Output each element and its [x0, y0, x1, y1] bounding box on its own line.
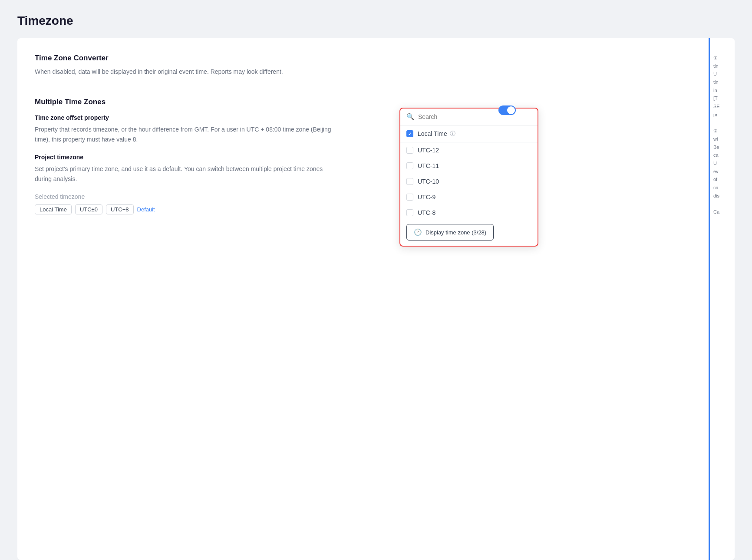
toggle-knob: [507, 106, 515, 114]
search-input[interactable]: [418, 113, 531, 120]
clock-icon: 🕐: [414, 228, 422, 236]
right-panel-partial: ①tinUtinin[TSEpr②wiBecaUevofcadisCa: [709, 38, 735, 560]
project-subsection: Project timezone Set project's primary t…: [35, 154, 717, 184]
local-time-item[interactable]: Local Time ⓘ: [400, 125, 538, 142]
selected-label: Selected timezone: [35, 193, 717, 200]
utc-9-label: UTC-9: [418, 194, 435, 201]
multiple-section: Multiple Time Zones Time zone offset pro…: [35, 98, 717, 214]
utc-10-label: UTC-10: [418, 178, 439, 185]
search-box[interactable]: 🔍: [400, 109, 538, 125]
right-panel-text: ①tinUtinin[TSEpr②wiBecaUevofcadisCa: [713, 54, 731, 216]
timezone-dropdown: 🔍 Local Time ⓘ UTC-12 UTC-11: [399, 108, 538, 247]
utc-8-checkbox[interactable]: [406, 209, 413, 216]
timezone-toggle[interactable]: [498, 105, 516, 115]
offset-desc: Property that records timezone, or the h…: [35, 125, 339, 144]
info-icon: ⓘ: [450, 130, 455, 138]
utc-10-item[interactable]: UTC-10: [400, 174, 538, 189]
offset-subsection: Time zone offset property Property that …: [35, 114, 717, 144]
utc-11-checkbox[interactable]: [406, 162, 413, 169]
offset-title: Time zone offset property: [35, 114, 717, 121]
multiple-title: Multiple Time Zones: [35, 98, 717, 106]
converter-section: Time Zone Converter When disabled, data …: [35, 54, 717, 76]
page-title: Timezone: [17, 14, 735, 28]
utc-11-item[interactable]: UTC-11: [400, 158, 538, 174]
selected-subsection: Selected timezone Local Time UTC±0 UTC+8…: [35, 193, 717, 214]
project-title: Project timezone: [35, 154, 717, 161]
search-icon: 🔍: [406, 113, 415, 121]
utc-12-checkbox[interactable]: [406, 147, 413, 154]
display-timezone-button[interactable]: 🕐 Display time zone (3/28): [406, 224, 494, 240]
utc-8-item[interactable]: UTC-8: [400, 205, 538, 221]
utc-12-label: UTC-12: [418, 147, 439, 154]
tag-local-time: Local Time: [35, 204, 72, 214]
converter-title: Time Zone Converter: [35, 54, 717, 63]
timezone-tags: Local Time UTC±0 UTC+8 Default: [35, 204, 717, 214]
tag-utc0: UTC±0: [75, 204, 102, 214]
utc-9-checkbox[interactable]: [406, 194, 413, 201]
tag-default: Default: [137, 206, 155, 213]
divider-1: [35, 87, 717, 87]
main-card: Time Zone Converter When disabled, data …: [17, 38, 735, 560]
utc-10-checkbox[interactable]: [406, 178, 413, 185]
local-time-label: Local Time ⓘ: [418, 130, 455, 138]
utc-11-label: UTC-11: [418, 162, 439, 169]
tag-utc8: UTC+8: [106, 204, 134, 214]
local-time-checkbox[interactable]: [406, 130, 413, 137]
utc-9-item[interactable]: UTC-9: [400, 189, 538, 205]
project-desc: Set project's primary time zone, and use…: [35, 164, 339, 184]
utc-12-item[interactable]: UTC-12: [400, 142, 538, 158]
display-btn-label: Display time zone (3/28): [425, 229, 486, 236]
utc-8-label: UTC-8: [418, 209, 435, 216]
converter-desc: When disabled, data will be displayed in…: [35, 67, 339, 76]
